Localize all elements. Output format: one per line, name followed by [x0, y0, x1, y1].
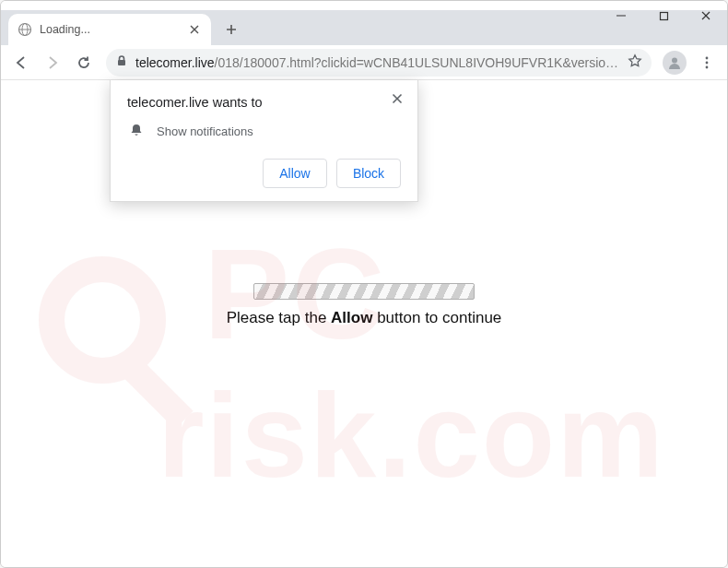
block-button[interactable]: Block — [336, 159, 401, 188]
msg-post: button to continue — [372, 309, 501, 326]
browser-tab[interactable]: Loading... — [8, 14, 211, 45]
url-text: telecomer.live/018/180007.html?clickid=w… — [135, 55, 620, 70]
reload-button[interactable] — [69, 48, 99, 77]
window-close-button[interactable] — [685, 1, 727, 30]
svg-point-14 — [706, 61, 709, 64]
globe-icon — [18, 22, 32, 37]
permission-dialog: telecomer.live wants to Show notificatio… — [110, 80, 418, 202]
tab-title: Loading... — [40, 23, 90, 36]
new-tab-button[interactable] — [218, 17, 244, 42]
svg-point-15 — [706, 65, 709, 68]
address-bar[interactable]: telecomer.live/018/180007.html?clickid=w… — [106, 49, 652, 77]
url-path: /018/180007.html?clickid=wCNB41ULSUNL8IV… — [215, 55, 620, 70]
page-message: Please tap the Allow button to continue — [227, 309, 502, 327]
profile-avatar[interactable] — [663, 51, 687, 75]
bookmark-star-icon[interactable] — [628, 53, 642, 72]
window-controls — [600, 1, 727, 30]
svg-rect-1 — [660, 12, 667, 19]
back-button[interactable] — [6, 48, 36, 77]
browser-toolbar: telecomer.live/018/180007.html?clickid=w… — [1, 45, 727, 80]
forward-button[interactable] — [38, 48, 67, 77]
tab-close-button[interactable] — [187, 22, 202, 37]
svg-rect-11 — [118, 60, 125, 65]
maximize-button[interactable] — [642, 1, 685, 30]
permission-close-button[interactable] — [388, 89, 406, 108]
permission-item: Show notifications — [127, 123, 401, 140]
url-host: telecomer.live — [135, 55, 215, 70]
bell-icon — [129, 123, 144, 140]
allow-button[interactable]: Allow — [263, 159, 327, 188]
page-content: Please tap the Allow button to continue … — [1, 80, 727, 568]
permission-actions: Allow Block — [127, 159, 401, 188]
minimize-button[interactable] — [600, 1, 642, 30]
msg-pre: Please tap the — [227, 309, 331, 326]
lock-icon — [115, 54, 128, 71]
fake-progress-bar — [253, 283, 475, 300]
permission-title: telecomer.live wants to — [127, 95, 401, 110]
svg-point-12 — [672, 57, 677, 63]
menu-button[interactable] — [692, 48, 722, 77]
msg-bold: Allow — [331, 309, 372, 326]
permission-item-label: Show notifications — [157, 124, 253, 138]
svg-point-13 — [706, 56, 709, 59]
